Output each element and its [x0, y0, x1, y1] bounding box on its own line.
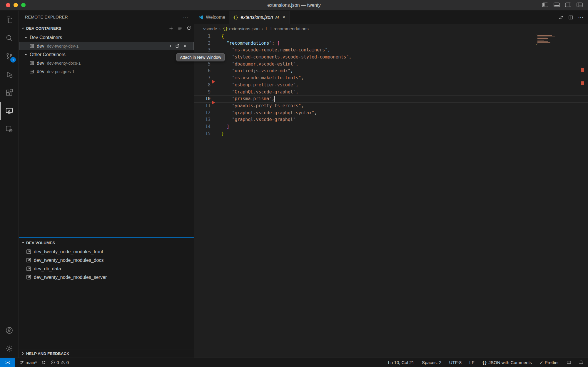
remote-explorer-icon[interactable]: [0, 102, 19, 120]
source-control-icon[interactable]: 1: [0, 47, 19, 65]
tree-group[interactable]: Dev Containers: [19, 33, 194, 42]
remote-feedback-icon[interactable]: [567, 360, 571, 365]
remote-indicator[interactable]: ><: [0, 358, 15, 367]
line-number: 15: [194, 130, 211, 138]
code-line[interactable]: 5 "dbaeumer.vscode-eslint",: [194, 61, 588, 68]
tab-label: extensions.json: [240, 15, 273, 20]
tab-label: Welcome: [206, 15, 225, 20]
code-line[interactable]: 11 "yoavbls.pretty-ts-errors",: [194, 103, 588, 110]
titlebar: extensions.json — twenty: [0, 0, 588, 11]
settings-gear-icon[interactable]: [0, 339, 19, 358]
extensions-icon[interactable]: [0, 83, 19, 102]
minimap[interactable]: [536, 34, 558, 46]
container-row[interactable]: dev dev-twenty-dev-1: [19, 42, 194, 50]
section-dev-containers[interactable]: DEV CONTAINERS: [19, 24, 194, 33]
refresh-icon[interactable]: [186, 26, 191, 31]
split-editor-icon[interactable]: [568, 15, 573, 20]
attach-container-icon[interactable]: [168, 44, 172, 48]
formatter-item[interactable]: ✓ Prettier: [539, 360, 559, 365]
chevron-down-icon: [24, 52, 29, 57]
toggle-panel-icon[interactable]: [554, 2, 560, 7]
json-file-icon: {}: [223, 26, 228, 31]
containers-icon[interactable]: [0, 120, 19, 138]
code-line[interactable]: 6 "unifiedjs.vscode-mdx",: [194, 68, 588, 75]
volume-row[interactable]: dev_db_data: [19, 264, 194, 273]
indentation-item[interactable]: Spaces: 2: [422, 360, 442, 365]
problems-item[interactable]: 0 0: [51, 360, 69, 365]
notifications-bell-icon[interactable]: [579, 360, 583, 365]
code-line[interactable]: 3 "ms-vscode-remote.remote-containers",: [194, 47, 588, 54]
language-mode-item[interactable]: {} JSON with Comments: [482, 360, 532, 365]
array-symbol-icon: [ ]: [265, 26, 272, 31]
eol-item[interactable]: LF: [469, 360, 475, 365]
code-line[interactable]: 8 "esbenp.prettier-vscode",: [194, 82, 588, 89]
line-content: "recommendations": [: [221, 40, 280, 47]
open-changes-icon[interactable]: [559, 15, 564, 20]
line-content: "ms-vscode-remote.remote-containers",: [221, 47, 330, 54]
line-number: 2: [194, 40, 211, 47]
breadcrumb-file[interactable]: {}extensions.json: [223, 26, 260, 31]
minimap-line: [537, 38, 548, 39]
code-line[interactable]: 14 ]: [194, 123, 588, 130]
code-line[interactable]: 13 "graphql.vscode-graphql": [194, 116, 588, 123]
line-number: 9: [194, 89, 211, 96]
code-editor[interactable]: 1{2 "recommendations": [3 "ms-vscode-rem…: [194, 33, 588, 358]
tree-group[interactable]: Other Containers: [19, 50, 194, 59]
sync-changes-item[interactable]: [41, 360, 46, 365]
cursor-position-item[interactable]: Ln 10, Col 21: [388, 360, 414, 365]
toggle-primary-sidebar-icon[interactable]: [542, 2, 548, 7]
close-tab-icon[interactable]: ×: [283, 14, 285, 20]
section-help-and-feedback[interactable]: HELP AND FEEDBACK: [19, 349, 194, 358]
git-deleted-lines-marker: [212, 100, 215, 105]
line-content: ]: [221, 123, 229, 130]
text-cursor: [274, 96, 275, 102]
encoding-item[interactable]: UTF-8: [449, 360, 462, 365]
container-row[interactable]: dev dev-postgres-1: [19, 67, 194, 76]
tab-welcome[interactable]: Welcome: [194, 11, 229, 24]
container-name: dev: [37, 69, 44, 74]
json-file-icon: {}: [233, 15, 238, 20]
search-icon[interactable]: [0, 29, 19, 47]
code-line[interactable]: 12 "graphql.vscode-graphql-syntax",: [194, 110, 588, 117]
line-number: 10: [194, 95, 211, 103]
accounts-icon[interactable]: [0, 321, 19, 339]
volume-row[interactable]: dev_twenty_node_modules_front: [19, 247, 194, 256]
section-dev-volumes[interactable]: DEV VOLUMES: [19, 238, 194, 247]
code-line[interactable]: 9 "GraphQL.vscode-graphql",: [194, 89, 588, 96]
volume-row[interactable]: dev_twenty_node_modules_docs: [19, 256, 194, 264]
line-number: 7: [194, 75, 211, 82]
chevron-right-icon: [21, 351, 25, 356]
volume-row[interactable]: dev_twenty_node_modules_server: [19, 273, 194, 281]
run-debug-icon[interactable]: [0, 65, 19, 83]
sidebar-title: REMOTE EXPLORER: [25, 15, 183, 19]
sidebar-more-actions-icon[interactable]: ⋯: [183, 16, 189, 19]
language-status-icon: {}: [482, 360, 487, 365]
code-line[interactable]: 2 "recommendations": [: [194, 40, 588, 47]
explorer-icon[interactable]: [0, 11, 19, 29]
stop-container-icon[interactable]: [183, 44, 187, 48]
filter-list-icon[interactable]: [178, 26, 182, 31]
line-content: }: [221, 130, 224, 138]
code-line[interactable]: 4 "styled-components.vscode-styled-compo…: [194, 54, 588, 61]
code-line[interactable]: 10 "prisma.prisma",: [194, 95, 588, 103]
customize-layout-icon[interactable]: [577, 2, 583, 7]
breadcrumb-folder[interactable]: .vscode: [202, 26, 217, 31]
line-number: 6: [194, 68, 211, 75]
volume-icon: [26, 275, 31, 280]
minimap-line: [537, 41, 548, 42]
code-line[interactable]: 7 "ms-vscode.makefile-tools",: [194, 75, 588, 82]
code-line[interactable]: 1{: [194, 33, 588, 40]
breadcrumb-symbol[interactable]: [ ]recommendations: [265, 26, 309, 31]
warning-count: 0: [66, 360, 69, 365]
line-number: 13: [194, 116, 211, 123]
volume-name: dev_twenty_node_modules_front: [34, 249, 103, 254]
add-container-icon[interactable]: [169, 26, 173, 31]
container-row[interactable]: dev dev-twenty-docs-1: [19, 59, 194, 67]
git-deleted-lines-marker: [212, 80, 215, 84]
tab-extensions-json[interactable]: {} extensions.json M ×: [229, 11, 289, 24]
code-line[interactable]: 15}: [194, 130, 588, 138]
toggle-secondary-sidebar-icon[interactable]: [565, 2, 571, 7]
git-branch-item[interactable]: main*: [20, 360, 37, 365]
attach-new-window-icon[interactable]: [175, 44, 180, 48]
more-actions-icon[interactable]: ⋯: [578, 14, 584, 21]
